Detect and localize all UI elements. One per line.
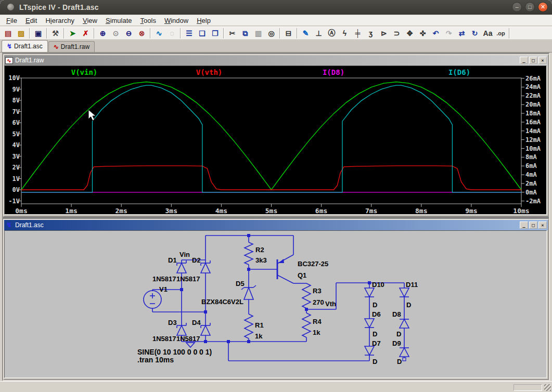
menu-hierarchy[interactable]: Hierarchy [41,16,79,25]
maximize-button[interactable]: □ [525,2,535,12]
titlebar[interactable]: LTspice IV - Draft1.asc –□✕ [0,0,552,15]
schematic-maximize-button[interactable]: □ [529,221,537,229]
text-icon[interactable]: Aa [481,28,494,39]
schematic-label[interactable]: D9 [392,339,401,347]
schematic-label[interactable]: D [373,330,377,338]
waveform-plot-area[interactable]: V(vin)V(vth)I(D8)I(D6)10V9V8V7V6V5V4V3V2… [4,66,547,215]
schematic-label[interactable]: D7 [372,339,381,347]
place-diode-icon[interactable]: ⊳ [377,28,390,39]
place-label-icon[interactable]: Ⓐ [325,28,338,39]
legend-I(D8)[interactable]: I(D8) [323,68,344,76]
schematic-canvas[interactable]: VinD1D21N58171N5817V1D3D41N58171N5817SIN… [4,230,547,378]
draw-wire-icon[interactable]: ✎ [299,28,312,39]
place-component-icon[interactable]: ⊃ [390,28,403,39]
minimize-button[interactable]: – [512,2,522,12]
schematic-label[interactable]: Q1 [298,271,306,279]
new-schematic-icon[interactable]: ▤ [2,28,15,39]
copy-icon[interactable]: ⧉ [239,28,252,39]
tile-horizontal-icon[interactable]: ☰ [183,28,196,39]
schematic-label[interactable]: R1 [255,321,264,329]
tile-vertical-icon[interactable]: ❏ [196,28,209,39]
waveform-maximize-button[interactable]: □ [529,57,537,64]
schematic-label[interactable]: 270 [313,298,324,306]
schematic-label[interactable]: D10 [372,281,384,289]
close-button[interactable]: ✕ [538,2,548,12]
schematic-label[interactable]: D [373,358,377,365]
zoom-full-extents-icon[interactable]: ⊗ [135,28,148,39]
zoom-in-icon[interactable]: ⊕ [96,28,109,39]
place-capacitor-icon[interactable]: ╪ [351,28,364,39]
schematic-label[interactable]: Vin [179,251,190,258]
schematic-label[interactable]: Vth [325,300,336,308]
run-icon[interactable]: ➤ [66,28,79,39]
rotate-icon[interactable]: ↻ [468,28,481,39]
autorange-y-icon[interactable]: ∿ [152,28,165,39]
waveform-close-button[interactable]: ✕ [538,57,547,64]
find-icon[interactable]: ◎ [265,28,278,39]
schematic-close-button[interactable]: ✕ [538,221,547,229]
place-inductor-icon[interactable]: ʒ [364,28,377,39]
schematic-label[interactable]: D4 [192,319,201,326]
menu-window[interactable]: Window [160,16,192,25]
schematic-label[interactable]: R2 [255,246,264,254]
schematic-label[interactable]: SINE(0 10 100 0 0 0 1) [137,348,212,356]
schematic-label[interactable]: 3k3 [255,256,267,264]
schematic-label[interactable]: D8 [392,310,401,318]
open-folder-icon[interactable]: ▨ [15,28,28,39]
mirror-icon[interactable]: ⇄ [455,28,468,39]
print-icon[interactable]: ⊟ [282,28,295,39]
schematic-label[interactable]: D1 [168,256,177,264]
schematic-label[interactable]: D2 [192,256,201,264]
drag-icon[interactable]: ✜ [416,28,429,39]
redo-icon[interactable]: ↷ [442,28,455,39]
waveform-minimize-button[interactable]: _ [520,57,528,64]
menu-simulate[interactable]: Simulate [101,16,136,25]
legend-I(D6)[interactable]: I(D6) [448,68,470,76]
schematic-label[interactable]: D [396,330,401,338]
schematic-label[interactable]: D6 [372,310,381,318]
place-resistor-icon[interactable]: ϟ [338,28,351,39]
schematic-label[interactable]: R4 [313,318,322,325]
schematic-label[interactable]: 1N5817 [152,275,176,283]
save-icon[interactable]: ▣ [32,28,45,39]
cascade-windows-icon[interactable]: ❐ [209,28,222,39]
schematic-label[interactable]: 1N5817 [152,335,176,343]
schematic-label[interactable]: D [406,301,411,309]
schematic-label[interactable]: D5 [236,280,245,288]
control-panel-icon[interactable]: ⚒ [49,28,62,39]
autorange-off-icon[interactable]: ◌ [165,28,178,39]
waveform-window-titlebar[interactable]: ∿ Draft1.raw _□✕ [4,55,548,66]
schematic-label[interactable]: 1k [313,329,320,336]
schematic-label[interactable]: BC327-25 [298,260,328,268]
zoom-out-icon[interactable]: ⊖ [122,28,135,39]
schematic-label[interactable]: 1k [255,332,263,340]
schematic-label[interactable]: 1N5817 [176,275,200,283]
place-ground-icon[interactable]: ⊥ [312,28,325,39]
schematic-label[interactable]: 1N5817 [176,335,200,343]
spice-directive-icon[interactable]: .op [494,28,507,39]
move-icon[interactable]: ✥ [403,28,416,39]
menu-file[interactable]: File [2,16,21,25]
schematic-label[interactable]: .tran 10ms [137,356,174,364]
schematic-label[interactable]: D11 [406,281,418,289]
schematic-label[interactable]: BZX84C6V2L [201,298,243,306]
schematic-label[interactable]: D [397,358,402,365]
undo-icon[interactable]: ↶ [429,28,442,39]
halt-icon[interactable]: ✗ [79,28,92,39]
legend-V(vin)[interactable]: V(vin) [71,68,98,76]
schematic-label[interactable]: D3 [168,319,177,326]
legend-V(vth)[interactable]: V(vth) [196,68,223,76]
zoom-back-icon[interactable]: ⊙ [109,28,122,39]
menu-view[interactable]: View [79,16,101,25]
menu-help[interactable]: Help [192,16,215,25]
menu-tools[interactable]: Tools [136,16,160,25]
schematic-label[interactable]: V1 [159,285,168,293]
resize-grip[interactable] [544,384,551,391]
schematic-window-titlebar[interactable]: ↯ Draft1.asc _□✕ [4,220,548,230]
schematic-label[interactable]: D [373,301,377,309]
menu-edit[interactable]: Edit [21,16,41,25]
tab-draft1.raw[interactable]: ∿Draft1.raw [48,41,95,52]
cut-icon[interactable]: ✂ [226,28,239,39]
schematic-label[interactable]: R3 [313,287,322,295]
paste-icon[interactable]: ▥ [252,28,265,39]
